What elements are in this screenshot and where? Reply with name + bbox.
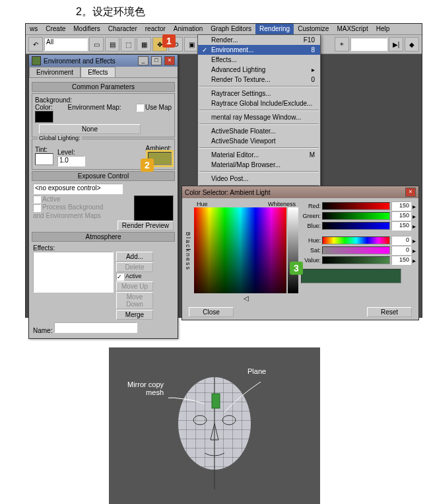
name-label: Name: [33, 327, 52, 334]
sat-slider[interactable] [322, 246, 390, 254]
whiteness-label: Whiteness [268, 201, 296, 207]
whiteness-bar[interactable] [288, 207, 298, 293]
effects-list[interactable] [33, 252, 114, 293]
scale-icon[interactable]: ▣ [184, 37, 199, 52]
rollout-common[interactable]: Common Parameters [32, 82, 175, 92]
svg-rect-4 [212, 394, 220, 408]
select-region-icon[interactable]: ⬚ [121, 37, 135, 52]
callout-1: 1 [162, 34, 176, 48]
color-sliders: Red:150▸ Green:150▸ Blue:150▸ Hue:0▸ Sat… [301, 201, 416, 302]
color-selector-window: Color Selector: Ambient Light × Blacknes… [182, 186, 419, 320]
rollout-exposure[interactable]: Exposure Control [32, 171, 175, 181]
align-icon[interactable]: ◆ [405, 37, 419, 52]
mi-activeshade-viewport[interactable]: ActiveShade Viewport [198, 136, 320, 146]
blue-value[interactable]: 150 [391, 221, 411, 231]
head-mesh [168, 374, 261, 493]
background-label: Background: [35, 96, 72, 104]
usemap-label: Use Map [145, 104, 172, 111]
exposure-preview [134, 196, 174, 222]
menu-rendering[interactable]: Rendering [255, 24, 294, 34]
tint-swatch[interactable] [35, 153, 53, 165]
delete-button: Delete [116, 262, 153, 272]
active-checkbox [33, 196, 41, 203]
level-input[interactable]: 1.0 [57, 156, 85, 166]
tint-label: Tint: [35, 146, 48, 153]
menu-maxscript[interactable]: MAXScript [333, 24, 372, 34]
mi-activeshade-floater[interactable]: ActiveShade Floater... [198, 126, 320, 136]
sat-value[interactable]: 0 [391, 246, 411, 255]
menu-help[interactable]: Help [372, 24, 394, 34]
snap-icon[interactable]: ⌖ [335, 37, 349, 52]
mi-render-to-texture[interactable]: Render To Texture...0 [198, 75, 320, 85]
topology-figure: Mirror copy mesh Plane [109, 347, 320, 504]
mi-material-editor[interactable]: Material Editor...M [198, 150, 320, 160]
bg-color-swatch[interactable] [35, 111, 53, 123]
mi-render[interactable]: Render...F10 [198, 35, 320, 45]
mi-raytrace-global[interactable]: Raytrace Global Include/Exclude... [198, 98, 320, 108]
mi-advanced-lighting[interactable]: Advanced Lighting▸ [198, 65, 320, 75]
moveup-button: Move Up [116, 281, 153, 291]
exposure-dropdown[interactable]: <no exposure control> [33, 184, 123, 194]
movedown-button: Move Down [116, 292, 153, 309]
merge-button[interactable]: Merge [116, 310, 153, 320]
close-button[interactable]: × [164, 56, 175, 65]
cs-reset-btn[interactable]: Reset [367, 307, 412, 317]
menu-customize[interactable]: Customize [294, 24, 333, 34]
green-value[interactable]: 150 [391, 211, 411, 221]
hue-field[interactable] [194, 207, 286, 293]
color-label: Color: [35, 104, 53, 111]
envmap-label: Environment Map: [67, 104, 121, 111]
mirror-icon[interactable]: ▶| [389, 37, 403, 52]
menu-animation[interactable]: Animation [170, 24, 207, 34]
cs-close-btn[interactable]: Close [189, 307, 234, 317]
ref-coord[interactable] [350, 38, 387, 51]
fx-active-checkbox[interactable]: ✓ [116, 273, 124, 281]
tab-effects[interactable]: Effects [81, 67, 115, 77]
red-slider[interactable] [322, 202, 390, 210]
mi-material-browser[interactable]: Material/Map Browser... [198, 160, 320, 170]
blue-slider[interactable] [322, 222, 390, 230]
selection-filter[interactable]: All [44, 38, 88, 51]
hue-value[interactable]: 0 [391, 236, 411, 245]
env-app-icon [32, 56, 41, 65]
value-slider[interactable] [322, 256, 390, 264]
envmap-button[interactable]: None [39, 124, 141, 134]
menu-reactor[interactable]: reactor [141, 24, 170, 34]
env-title: Environment and Effects [44, 57, 135, 65]
menu-character[interactable]: Character [104, 24, 141, 34]
value-value[interactable]: 150 [391, 256, 411, 265]
effects-list-label: Effects: [33, 244, 55, 252]
hue-slider[interactable] [322, 236, 390, 244]
callout-3: 3 [290, 262, 303, 275]
usemap-checkbox[interactable] [136, 104, 144, 112]
minimize-button[interactable]: _ [138, 56, 148, 65]
menu-modifiers[interactable]: Modifiers [69, 24, 104, 34]
cs-title: Color Selector: Ambient Light [185, 189, 403, 196]
menu-create[interactable]: Create [42, 24, 69, 34]
undo-icon[interactable]: ↶ [28, 37, 43, 52]
3dsmax-window: ws Create Modifiers Character reactor An… [25, 23, 422, 318]
result-swatch [301, 269, 401, 283]
rollout-atmosphere[interactable]: Atmosphere [32, 232, 175, 242]
callout-2: 2 [141, 159, 154, 172]
mi-environment[interactable]: Environment...8 [198, 45, 320, 55]
select-icon[interactable]: ▭ [89, 37, 104, 52]
tab-environment[interactable]: Environment [29, 67, 81, 77]
green-slider[interactable] [322, 212, 390, 220]
mi-raytracer-settings[interactable]: Raytracer Settings... [198, 89, 320, 98]
menu-ws[interactable]: ws [26, 24, 42, 34]
mi-effects[interactable]: Effects... [198, 55, 320, 65]
red-value[interactable]: 150 [391, 201, 411, 211]
add-button[interactable]: Add... [116, 252, 153, 262]
maximize-button[interactable]: □ [151, 56, 162, 65]
mi-video-post[interactable]: Video Post... [198, 174, 320, 184]
menubar: ws Create Modifiers Character reactor An… [26, 24, 422, 35]
menu-graph-editors[interactable]: Graph Editors [207, 24, 255, 34]
window-crossing-icon[interactable]: ▦ [137, 37, 151, 52]
name-input[interactable] [54, 322, 137, 333]
mi-mentalray-msg[interactable]: mental ray Message Window... [198, 112, 320, 122]
render-preview-button[interactable]: Render Preview [117, 221, 174, 231]
environment-window: Environment and Effects _ □ × Environmen… [28, 54, 178, 339]
select-name-icon[interactable]: ▤ [105, 37, 119, 52]
cs-close-button[interactable]: × [405, 188, 416, 197]
